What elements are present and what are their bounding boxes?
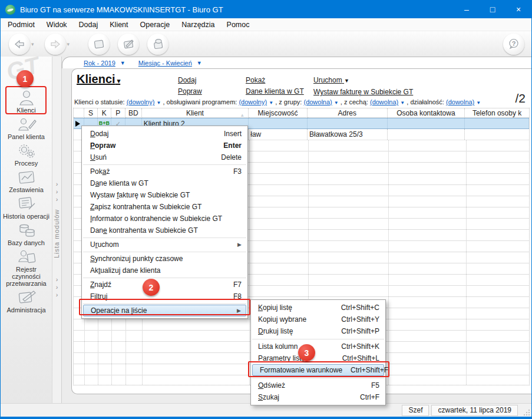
current-row-marker xyxy=(75,121,80,127)
submenu-item-kopiuj-liste[interactable]: Kopiuj listęCtrl+Shift+C xyxy=(251,302,385,314)
action-dane-klienta[interactable]: Dane klienta w GT xyxy=(246,86,304,97)
menu-item-informator[interactable]: Informator o kontrahencie w Subiekcie GT xyxy=(82,213,247,225)
back-dropdown-icon[interactable]: ▾ xyxy=(31,41,34,47)
window-title: Biuro GT na serwerze MMAKOWSKI\INSERTGT … xyxy=(20,5,223,14)
menu-dodaj[interactable]: Dodaj xyxy=(73,18,104,31)
submenu-item-drukuj-liste[interactable]: Drukuj listęCtrl+Shift+P xyxy=(251,325,385,337)
menu-item-znajdz[interactable]: ZnajdźF7 xyxy=(82,279,247,291)
add-document-icon xyxy=(92,38,105,51)
menu-klient[interactable]: Klient xyxy=(104,18,134,31)
filter-bar: Klienci o statusie: (dowolny) ▼ , obsług… xyxy=(74,98,481,105)
title-dropdown-icon: ▾ xyxy=(115,77,121,84)
menu-item-usun[interactable]: UsuńDelete xyxy=(82,151,247,163)
column-p[interactable]: P xyxy=(111,108,125,118)
sidebar-item-procesy[interactable]: Procesy xyxy=(1,142,52,167)
status-user: Szef xyxy=(402,405,429,416)
filter-grupa-dropdown-icon[interactable]: ▼ xyxy=(334,100,339,105)
forward-dropdown-icon[interactable]: ▾ xyxy=(67,41,70,47)
filter-status-dropdown-icon[interactable]: ▼ xyxy=(156,100,161,105)
menu-item-dane-klienta-gt[interactable]: Dane klienta w GT xyxy=(82,177,247,189)
menu-item-synchronizuj[interactable]: Synchronizuj punkty czasowe xyxy=(82,253,247,265)
processes-icon xyxy=(16,142,37,160)
menu-item-aktualizuj[interactable]: Aktualizuj dane klienta xyxy=(82,265,247,276)
delete-button[interactable] xyxy=(147,34,168,55)
history-icon xyxy=(16,195,37,213)
menu-item-uruchom[interactable]: Uruchom▶ xyxy=(82,239,247,250)
sidebar-item-panel-klienta[interactable]: Panel klienta xyxy=(1,116,52,140)
filter-grupa[interactable]: (dowolna) xyxy=(303,98,332,105)
sidebar-item-zestawienia[interactable]: Zestawienia xyxy=(1,169,52,193)
back-button[interactable] xyxy=(9,34,30,55)
filter-program-dropdown-icon[interactable]: ▼ xyxy=(269,100,273,105)
page-title[interactable]: Klienci ▾ xyxy=(77,72,120,86)
resize-grip-icon[interactable] xyxy=(523,408,530,415)
reports-icon xyxy=(16,169,37,186)
app-icon xyxy=(5,5,15,15)
submenu-item-kopiuj-wybrane[interactable]: Kopiuj wybraneCtrl+Shift+Y xyxy=(251,314,385,325)
action-dodaj[interactable]: Dodaj xyxy=(178,75,202,86)
column-k[interactable]: K xyxy=(98,108,111,118)
administration-icon xyxy=(16,289,37,306)
edit-document-icon xyxy=(122,38,135,51)
filter-status[interactable]: (dowolny) xyxy=(127,98,155,105)
submenu-item-lista-kolumn[interactable]: Lista kolumnCtrl+Shift+K xyxy=(251,341,385,352)
help-icon: ? xyxy=(507,38,520,51)
menu-pomoc[interactable]: Pomoc xyxy=(221,18,256,31)
month-dropdown-icon[interactable]: ▼ xyxy=(197,60,202,66)
add-button[interactable] xyxy=(88,34,110,55)
year-dropdown-icon[interactable]: ▼ xyxy=(120,60,125,66)
table-header: S K P BD Klient▲ Miejscowość Adres Osoba… xyxy=(74,108,529,118)
edit-button[interactable] xyxy=(118,34,139,55)
maximize-button[interactable]: □ xyxy=(480,1,505,18)
action-wystaw-fakture[interactable]: Wystaw fakturę w Subiekcie GT xyxy=(313,87,413,98)
menu-podmiot[interactable]: Podmiot xyxy=(2,18,41,31)
filter-cecha-dropdown-icon[interactable]: ▼ xyxy=(400,100,405,105)
menu-item-dodaj[interactable]: DodajInsert xyxy=(82,128,247,140)
column-bd[interactable]: BD xyxy=(125,108,142,118)
sidebar-item-bazy-danych[interactable]: Bazy danych xyxy=(1,222,52,246)
sidebar-item-historia-operacji[interactable]: Historia operacji xyxy=(1,195,52,220)
forward-icon xyxy=(49,38,61,50)
annotation-box-klienci xyxy=(5,86,47,114)
menu-item-pokaz[interactable]: PokażF3 xyxy=(82,166,247,177)
menu-item-wystaw-fakture[interactable]: Wystaw fakturę w Subiekcie GT xyxy=(82,189,247,201)
action-pokaz[interactable]: Pokaż xyxy=(246,75,304,86)
filter-dzialalnosc-dropdown-icon[interactable]: ▼ xyxy=(476,100,481,105)
filter-dzialalnosc[interactable]: (dowolna) xyxy=(446,98,474,105)
column-adres[interactable]: Adres xyxy=(308,108,388,118)
month-selector[interactable]: Miesiąc - Kwiecień xyxy=(138,60,192,67)
column-miejscowosc[interactable]: Miejscowość xyxy=(249,108,308,118)
column-telefon[interactable]: Telefon osoby k xyxy=(465,108,529,118)
filter-cecha[interactable]: (dowolna) xyxy=(370,98,398,105)
filter-label-cecha: , z cechą: xyxy=(341,98,368,105)
sidebar-item-administracja[interactable]: Administracja xyxy=(1,289,52,314)
module-list-splitter[interactable]: ››› Lista modułów ››› xyxy=(52,57,62,404)
year-selector[interactable]: Rok - 2019 xyxy=(84,60,115,67)
column-osoba[interactable]: Osoba kontaktowa xyxy=(388,108,465,118)
column-marker[interactable] xyxy=(74,108,84,118)
menu-item-dane-kontrahenta[interactable]: Dane kontrahenta w Subiekcie GT xyxy=(82,225,247,236)
submenu-item-szukaj[interactable]: SzukajCtrl+F xyxy=(251,391,385,403)
filter-label-program: , obsługiwani programem: xyxy=(163,98,237,105)
close-button[interactable]: × xyxy=(505,1,531,18)
sort-asc-icon: ▲ xyxy=(240,111,244,118)
help-button[interactable]: ? xyxy=(503,34,524,55)
action-popraw[interactable]: Popraw xyxy=(178,86,202,97)
menu-widok[interactable]: Widok xyxy=(41,18,73,31)
column-klient[interactable]: Klient▲ xyxy=(142,108,249,118)
menu-item-zapisz-kontrahenta[interactable]: Zapisz kontrahenta w Subiekcie GT xyxy=(82,201,247,213)
period-bar: Rok - 2019 ▼ Miesiąc - Kwiecień ▼ xyxy=(62,57,531,68)
action-uruchom[interactable]: Uruchom ▼ xyxy=(313,75,413,87)
menu-operacje[interactable]: Operacje xyxy=(134,18,176,31)
sidebar-item-rejestr-czynnosci[interactable]: Rejestr czynności przetwarzania xyxy=(1,248,52,287)
menu-narzedzia[interactable]: Narzędzia xyxy=(176,18,220,31)
back-icon xyxy=(14,38,25,50)
minimize-button[interactable]: – xyxy=(454,1,480,18)
forward-button[interactable] xyxy=(45,34,66,55)
menu-item-popraw[interactable]: PoprawEnter xyxy=(82,140,247,151)
filter-label-status: Klienci o statusie: xyxy=(74,98,125,105)
submenu-arrow-icon: ▶ xyxy=(237,242,242,248)
submenu-item-odswiez[interactable]: OdświeżF5 xyxy=(251,380,385,391)
filter-program[interactable]: (dowolny) xyxy=(239,98,267,105)
column-s[interactable]: S xyxy=(84,108,98,118)
